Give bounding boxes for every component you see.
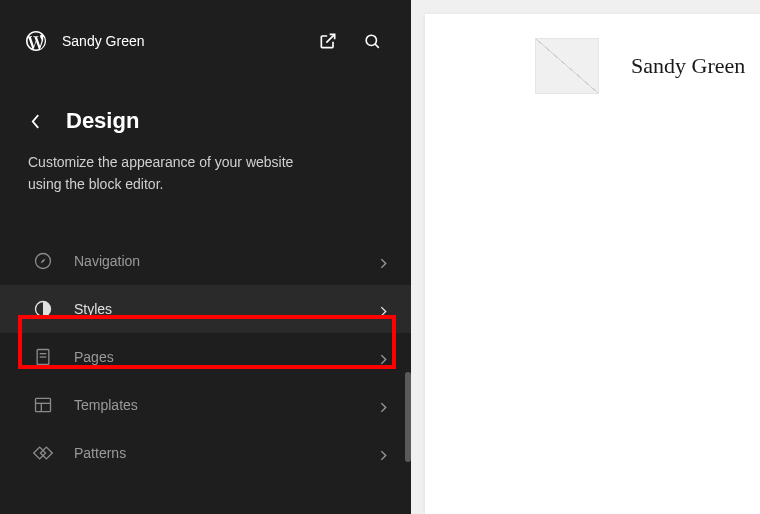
topbar-actions: [317, 30, 387, 52]
site-identity[interactable]: Sandy Green: [24, 29, 145, 53]
back-button[interactable]: [28, 112, 42, 130]
site-header-preview: Sandy Green: [535, 38, 760, 94]
search-button[interactable]: [361, 30, 383, 52]
styles-icon: [32, 298, 54, 320]
page-description: Customize the appearance of your website…: [0, 134, 340, 195]
view-site-button[interactable]: [317, 30, 339, 52]
menu-item-patterns[interactable]: Patterns: [0, 429, 411, 477]
chevron-right-icon: [380, 351, 387, 363]
site-logo-placeholder: [535, 38, 599, 94]
svg-rect-8: [36, 398, 51, 411]
chevron-right-icon: [380, 255, 387, 267]
menu-item-label: Styles: [74, 301, 380, 317]
svg-marker-3: [41, 258, 46, 263]
site-preview-panel: Sandy Green: [411, 0, 760, 514]
svg-point-0: [366, 35, 376, 45]
svg-line-1: [375, 44, 379, 48]
patterns-icon: [32, 442, 54, 464]
chevron-right-icon: [380, 447, 387, 459]
menu-item-styles[interactable]: Styles: [0, 285, 411, 333]
menu-item-pages[interactable]: Pages: [0, 333, 411, 381]
page-icon: [32, 346, 54, 368]
menu-item-label: Navigation: [74, 253, 380, 269]
compass-icon: [32, 250, 54, 272]
chevron-right-icon: [380, 303, 387, 315]
scrollbar-thumb[interactable]: [405, 372, 411, 462]
design-menu: Navigation Styles Pages: [0, 237, 411, 477]
site-editor-sidebar: Sandy Green Design Customize the appeara…: [0, 0, 411, 514]
site-title-preview: Sandy Green: [631, 53, 745, 79]
menu-item-label: Patterns: [74, 445, 380, 461]
page-title: Design: [66, 108, 139, 134]
site-preview-frame[interactable]: Sandy Green: [425, 14, 760, 514]
menu-item-label: Templates: [74, 397, 380, 413]
sidebar-heading-row: Design: [0, 60, 411, 134]
chevron-right-icon: [380, 399, 387, 411]
sidebar-topbar: Sandy Green: [0, 0, 411, 60]
menu-item-templates[interactable]: Templates: [0, 381, 411, 429]
menu-item-label: Pages: [74, 349, 380, 365]
layout-icon: [32, 394, 54, 416]
menu-item-navigation[interactable]: Navigation: [0, 237, 411, 285]
wordpress-logo-icon: [24, 29, 48, 53]
site-name: Sandy Green: [62, 33, 145, 49]
